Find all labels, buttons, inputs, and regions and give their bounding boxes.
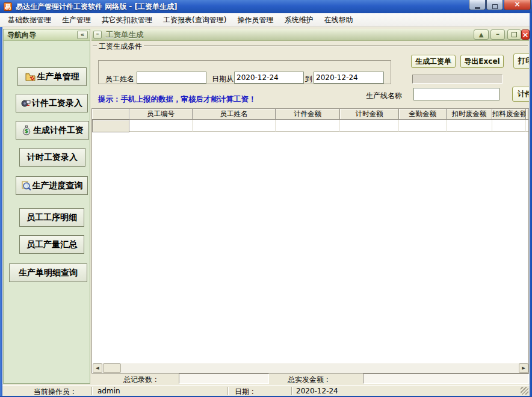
export-excel-button[interactable]: 导出Excel — [460, 55, 504, 68]
piece-wage-button[interactable]: 计件 — [512, 87, 529, 102]
column-header-employee-id[interactable]: 员工编号 — [129, 109, 193, 120]
table-cell — [447, 120, 492, 132]
sidebar-item-production-order-detail-query[interactable]: 生产单明细查询 — [9, 263, 87, 282]
table-cell — [129, 120, 193, 132]
window-titlebar: 易 易达生产管理计件工资软件 网络版 - [工资单生成] × — [0, 0, 532, 13]
menu-item-wage-report[interactable]: 工资报表(查询管理) — [158, 13, 232, 27]
window-border-left — [0, 27, 2, 396]
menu-item-production[interactable]: 生产管理 — [57, 13, 96, 27]
column-header-other[interactable]: 其它 — [526, 109, 529, 120]
column-header-employee-name[interactable]: 员工姓名 — [193, 109, 276, 120]
column-header-time-amount[interactable]: 计时金额 — [340, 109, 399, 120]
sidebar-item-label: 生成计件工资 — [33, 125, 84, 136]
document-title: 工资单生成 — [106, 29, 144, 41]
sidebar-item-label: 员工工序明细 — [26, 212, 77, 223]
table-cell — [340, 120, 399, 132]
print-button[interactable]: 打印 — [513, 54, 529, 69]
window-border-right — [530, 13, 532, 396]
minimize-icon: – — [496, 30, 500, 38]
statusbar-divider — [291, 387, 292, 395]
sidebar-item-time-wage-entry[interactable]: 计时工资录入 — [19, 148, 85, 167]
sidebar-item-label: 计件工资录入 — [32, 98, 82, 109]
column-header-time-waste-deduction[interactable]: 扣时废金额 — [447, 109, 492, 120]
date-to-label: 到 — [305, 74, 312, 84]
hint-text: 提示：手机上报的数据，审核后才能计算工资！ — [98, 94, 256, 105]
sidebar-item-label: 员工产量汇总 — [26, 239, 77, 250]
sidebar-item-label: 计时工资录入 — [27, 152, 78, 163]
date-from-input[interactable] — [234, 72, 304, 84]
mdi-minimize-button[interactable]: – — [490, 29, 505, 40]
menu-item-base-data[interactable]: 基础数据管理 — [2, 13, 57, 27]
employee-name-input[interactable] — [137, 72, 206, 84]
progress-display-field — [412, 75, 503, 84]
statusbar-divider — [227, 387, 229, 395]
column-header-material-waste-deduction[interactable]: 扣料废金额 — [492, 109, 526, 120]
operator-value: admin — [97, 387, 120, 395]
row-indicator-cell — [92, 120, 129, 132]
menu-item-bonus-deduction[interactable]: 其它奖扣款管理 — [96, 13, 158, 27]
document-restore-icon[interactable]: – — [93, 31, 102, 38]
sidebar: 导航向导 « 生产单管理 计件工资录入 $ 生成计件工资 计时工资录入 生产进度… — [3, 29, 90, 384]
scroll-right-button[interactable]: ▶ — [519, 363, 528, 373]
svg-text:$: $ — [25, 128, 28, 134]
table-cell — [399, 120, 447, 132]
date-from-label: 日期从 — [212, 74, 234, 84]
date-to-input[interactable] — [314, 72, 384, 84]
minimize-button[interactable] — [469, 0, 486, 10]
table-cell — [526, 120, 529, 132]
maximize-icon — [512, 32, 517, 37]
menu-item-operator[interactable]: 操作员管理 — [232, 13, 279, 27]
document-tab-bar: – 工资单生成 — [91, 29, 529, 41]
sidebar-item-production-progress-query[interactable]: 生产进度查询 — [16, 176, 88, 195]
maximize-button[interactable] — [486, 0, 503, 10]
production-line-label: 生产线名称 — [366, 91, 402, 101]
app-icon: 易 — [4, 2, 12, 11]
total-paid-amount-label: 总实发金额 : — [288, 375, 329, 385]
app-window: 易 易达生产管理计件工资软件 网络版 - [工资单生成] × 基础数据管理 生产… — [0, 0, 532, 397]
sidebar-item-label: 生产单明细查询 — [19, 268, 78, 279]
sidebar-item-generate-piece-wage[interactable]: $ 生成计件工资 — [16, 121, 89, 140]
close-icon: × — [514, 0, 520, 8]
sidebar-caption: 导航向导 « — [4, 29, 90, 41]
employee-name-label: 员工姓名 — [105, 74, 134, 84]
total-records-label: 总记录数 : — [123, 375, 157, 385]
close-icon: × — [522, 30, 529, 39]
sidebar-item-employee-process-detail[interactable]: 员工工序明细 — [19, 208, 84, 227]
money-bag-icon: $ — [21, 125, 32, 136]
scrollbar-thumb[interactable] — [103, 363, 121, 373]
production-line-input[interactable] — [413, 88, 500, 100]
resize-grip[interactable] — [521, 387, 528, 395]
maximize-icon — [492, 4, 498, 9]
arrow-right-icon: ▶ — [522, 366, 525, 371]
statusbar: 当前操作员 : admin 日期 : 2020-12-24 — [2, 385, 530, 396]
total-records-value — [179, 374, 269, 384]
menu-item-system-maintenance[interactable]: 系统维护 — [279, 13, 318, 27]
column-header-piece-amount[interactable]: 计件金额 — [276, 109, 340, 120]
sidebar-item-piece-wage-entry[interactable]: 计件工资录入 — [16, 94, 88, 112]
arrow-up-icon: ▲ — [479, 31, 484, 38]
piece-wage-entry-icon — [21, 99, 31, 108]
mdi-scroll-up-button[interactable]: ▲ — [474, 29, 489, 40]
mdi-maximize-button[interactable] — [507, 29, 521, 40]
arrow-left-icon: ◀ — [96, 366, 99, 371]
mdi-close-button[interactable]: × — [521, 29, 530, 40]
scroll-left-button[interactable]: ◀ — [93, 363, 102, 373]
payroll-table-header: 员工编号 员工姓名 计件金额 计时金额 全勤金额 扣时废金额 扣料废金额 其它 — [92, 109, 529, 120]
horizontal-scrollbar[interactable]: ◀ ▶ — [93, 363, 528, 373]
column-header-attendance-amount[interactable]: 全勤金额 — [399, 109, 447, 120]
sidebar-item-employee-output-summary[interactable]: 员工产量汇总 — [19, 235, 84, 254]
sidebar-item-production-order[interactable]: 生产单管理 — [17, 67, 87, 86]
close-button[interactable]: × — [504, 0, 531, 10]
date-value: 2020-12-24 — [296, 387, 338, 395]
table-cell — [276, 120, 340, 132]
search-icon — [21, 181, 31, 191]
menu-item-online-help[interactable]: 在线帮助 — [318, 13, 358, 27]
collapse-sidebar-button[interactable]: « — [77, 31, 88, 39]
payroll-table: 员工编号 员工姓名 计件金额 计时金额 全勤金额 扣时废金额 扣料废金额 其它 … — [91, 108, 529, 374]
table-cell — [193, 120, 276, 132]
generate-payroll-button[interactable]: 生成工资单 — [411, 55, 456, 68]
groupbox-title: 工资生成条件 — [97, 42, 144, 52]
sidebar-item-label: 生产单管理 — [37, 72, 79, 82]
totals-strip: 总记录数 : 总实发金额 : — [91, 374, 529, 384]
total-paid-amount-value — [363, 374, 529, 384]
